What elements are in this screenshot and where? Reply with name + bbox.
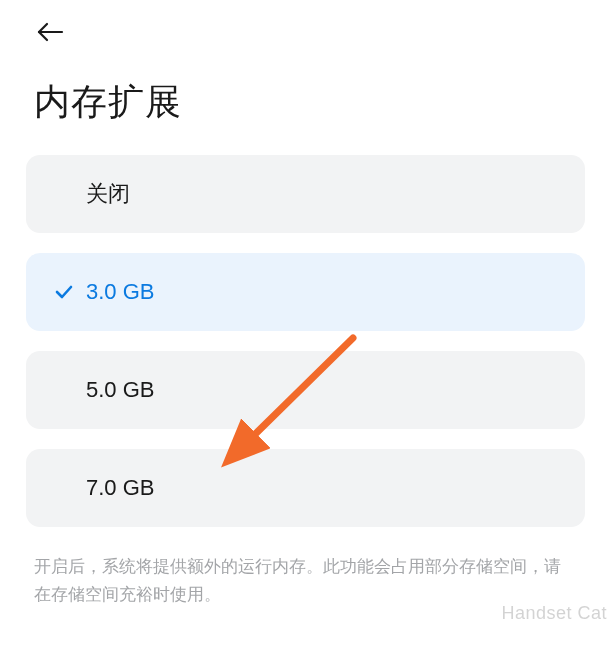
arrow-left-icon (35, 20, 65, 48)
watermark-text: Handset Cat (501, 603, 611, 624)
options-list: 关闭 3.0 GB 5.0 GB 7.0 GB (0, 155, 611, 527)
option-7gb[interactable]: 7.0 GB (26, 449, 585, 527)
option-5gb[interactable]: 5.0 GB (26, 351, 585, 429)
check-icon (54, 282, 80, 302)
option-off[interactable]: 关闭 (26, 155, 585, 233)
back-button[interactable] (28, 14, 72, 54)
page-title: 内存扩展 (0, 54, 611, 155)
option-label: 5.0 GB (54, 377, 557, 403)
option-label: 关闭 (54, 179, 557, 209)
option-label: 7.0 GB (54, 475, 557, 501)
option-label: 3.0 GB (86, 279, 557, 305)
option-3gb[interactable]: 3.0 GB (26, 253, 585, 331)
description-text: 开启后，系统将提供额外的运行内存。此功能会占用部分存储空间，请在存储空间充裕时使… (0, 547, 611, 609)
